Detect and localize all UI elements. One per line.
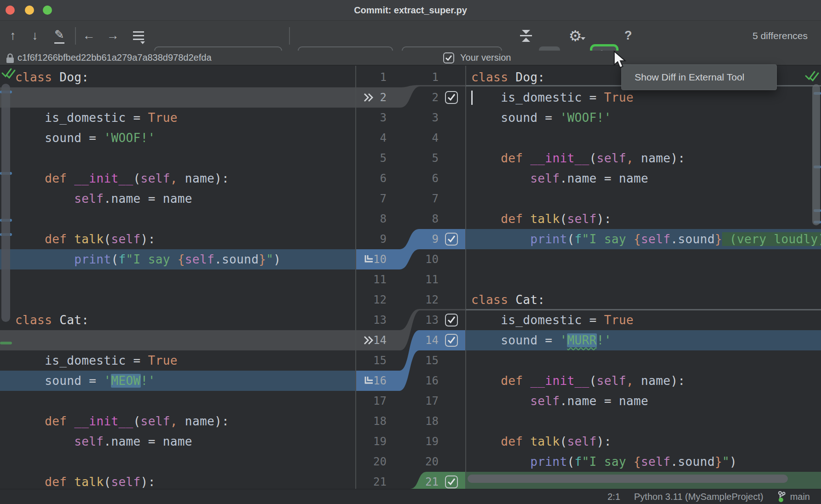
include-change-checkbox[interactable] <box>445 233 458 246</box>
right-code-row[interactable] <box>466 350 821 371</box>
right-code-row[interactable]: print(f"I say {self.sound} (very loudly)… <box>466 229 821 249</box>
left-code-row[interactable]: is_domestic = True <box>0 350 356 371</box>
right-code-row[interactable]: sound = 'MURR!' <box>466 330 821 350</box>
include-change-checkbox[interactable] <box>445 475 458 488</box>
left-code-row[interactable]: self.name = name <box>0 189 356 209</box>
forward-button[interactable]: → <box>105 21 121 51</box>
include-change-checkbox[interactable] <box>445 334 458 347</box>
right-line-number: 9 <box>402 229 439 249</box>
revision-hash: c1f6f1266bfbed22bb61a279a7a838d978d2efda <box>17 51 212 65</box>
left-code-row[interactable]: sound = 'WOOF!' <box>0 128 356 148</box>
right-line-number: 14 <box>402 330 439 350</box>
right-line-number: 4 <box>402 128 439 148</box>
code-line-text: self.name = name <box>15 189 192 209</box>
right-code-row[interactable] <box>466 189 821 209</box>
right-code-row[interactable]: print(f"I say {self.sound}") <box>466 452 821 472</box>
right-code-row[interactable] <box>466 411 821 431</box>
left-code-row[interactable]: def talk(self): <box>0 472 356 489</box>
left-code-row[interactable] <box>0 87 356 108</box>
right-code-row[interactable] <box>466 249 821 269</box>
right-code-row[interactable]: def __init__(self, name): <box>466 371 821 391</box>
left-code-row[interactable]: def __init__(self, name): <box>0 168 356 189</box>
left-line-number: 13 <box>356 310 387 330</box>
change-marker <box>0 342 12 344</box>
diff-subheader: c1f6f1266bfbed22bb61a279a7a838d978d2efda… <box>0 51 821 66</box>
left-editor-pane[interactable]: class Dog: is_domestic = True sound = 'W… <box>0 66 356 489</box>
left-code-row[interactable]: class Dog: <box>0 67 356 87</box>
left-code-row[interactable] <box>0 269 356 290</box>
gutter-left-separator <box>355 66 356 489</box>
gutter-row: 99 <box>356 229 466 249</box>
right-code-row[interactable]: is_domestic = True <box>466 310 821 330</box>
right-code-row[interactable]: def talk(self): <box>466 209 821 229</box>
git-branch-widget[interactable]: main <box>777 491 810 503</box>
left-code-row[interactable] <box>0 148 356 168</box>
right-code-row[interactable] <box>466 128 821 148</box>
left-code-row[interactable]: self.name = name <box>0 431 356 452</box>
lock-icon <box>6 53 15 64</box>
right-line-number: 10 <box>402 249 439 269</box>
left-code-row[interactable]: def talk(self): <box>0 229 356 249</box>
gutter-row: 1212 <box>356 290 466 310</box>
code-line-text: self.name = name <box>15 431 192 452</box>
diff-settings-button[interactable]: ⚙ <box>566 21 584 51</box>
right-code-row[interactable]: is_domestic = True <box>466 87 821 108</box>
your-version-label: Your version <box>460 51 511 65</box>
edit-pencil-icon: ✎ <box>54 28 64 44</box>
right-code-row[interactable]: self.name = name <box>466 168 821 189</box>
gutter-row: 55 <box>356 148 466 168</box>
help-button[interactable]: ? <box>621 21 635 51</box>
right-line-number: 2 <box>402 87 439 108</box>
right-line-number: 20 <box>402 452 439 472</box>
left-code-row[interactable] <box>0 209 356 229</box>
right-code-row[interactable] <box>466 269 821 290</box>
left-scrollbar-thumb[interactable] <box>1 84 10 322</box>
left-code-row[interactable] <box>0 452 356 472</box>
gutter-row: 1919 <box>356 431 466 452</box>
left-code-row[interactable]: is_domestic = True <box>0 108 356 128</box>
window-title: Commit: extract_super.py <box>0 0 821 20</box>
gutter-row: 22 <box>356 87 466 108</box>
jump-to-source-button[interactable]: ✎ <box>51 21 68 51</box>
left-line-number: 14 <box>356 330 387 350</box>
horizontal-scrollbar-thumb[interactable] <box>468 475 788 483</box>
previous-change-button[interactable]: ↑ <box>6 21 20 51</box>
gutter-row: 1111 <box>356 269 466 290</box>
next-change-button[interactable]: ↓ <box>28 21 42 51</box>
right-code-row[interactable]: def talk(self): <box>466 431 821 452</box>
left-code-row[interactable] <box>0 290 356 310</box>
right-code-row[interactable]: sound = 'WOOF!' <box>466 108 821 128</box>
check-icon <box>446 93 457 102</box>
collapse-icon <box>520 30 532 42</box>
left-code-row[interactable]: print(f"I say {self.sound}") <box>0 249 356 269</box>
include-change-checkbox[interactable] <box>445 314 458 326</box>
left-line-number: 17 <box>356 391 387 411</box>
include-change-checkbox[interactable] <box>445 91 458 104</box>
left-code-row[interactable] <box>0 391 356 411</box>
left-code-row[interactable]: sound = 'MEOW!' <box>0 371 356 391</box>
left-code-row[interactable] <box>0 330 356 350</box>
back-button[interactable]: ← <box>81 21 97 51</box>
gutter-row: 44 <box>356 128 466 148</box>
left-line-number: 12 <box>356 290 387 310</box>
gutter-row: 1818 <box>356 411 466 431</box>
left-code-row[interactable]: def __init__(self, name): <box>0 411 356 431</box>
collapse-unchanged-button[interactable] <box>517 21 535 51</box>
git-branch-icon <box>777 491 787 503</box>
gutter-row: 33 <box>356 108 466 128</box>
open-in-editor-menu-button[interactable] <box>130 21 147 51</box>
right-code-row[interactable]: class Cat: <box>466 290 821 310</box>
your-version-checkbox[interactable] <box>443 52 454 63</box>
left-code-row[interactable]: class Cat: <box>0 310 356 330</box>
code-line-text: def talk(self): <box>471 431 612 452</box>
right-code-row[interactable]: def __init__(self, name): <box>466 148 821 168</box>
caret-position[interactable]: 2:1 <box>607 492 620 502</box>
right-line-number: 5 <box>402 148 439 168</box>
left-line-number: 15 <box>356 350 387 371</box>
left-line-number: 3 <box>356 108 387 128</box>
right-code-row[interactable]: self.name = name <box>466 391 821 411</box>
code-line-text: is_domestic = True <box>471 310 634 330</box>
python-interpreter[interactable]: Python 3.11 (MySampleProject) <box>634 492 763 502</box>
right-scrollbar-thumb[interactable] <box>812 84 820 225</box>
right-editor-pane[interactable]: class Dog: is_domestic = True sound = 'W… <box>466 66 821 489</box>
